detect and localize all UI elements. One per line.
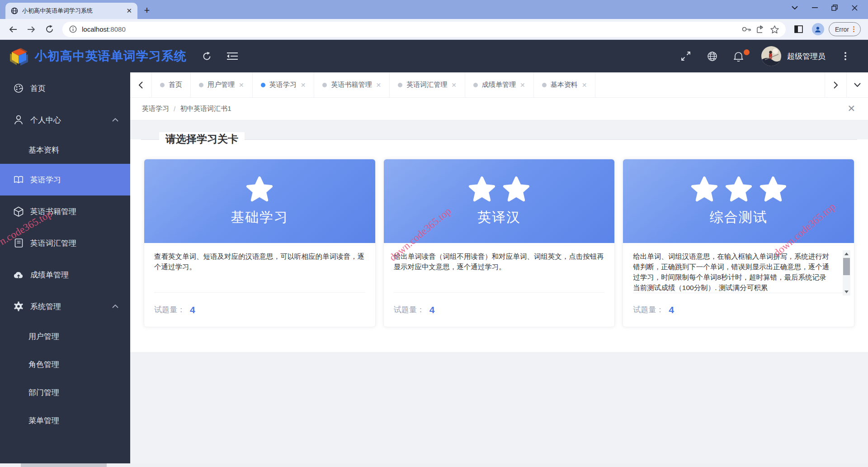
breadcrumb-part: 初中英语词汇书1 (180, 105, 231, 113)
tab-english-books[interactable]: 英语书籍管理 ✕ (314, 72, 390, 97)
tab-user-management[interactable]: 用户管理 ✕ (191, 72, 253, 97)
forward-button[interactable] (23, 21, 40, 38)
dashboard-icon (14, 83, 24, 93)
tab-close-icon[interactable]: ✕ (376, 81, 381, 89)
browser-profile-avatar[interactable] (812, 23, 824, 35)
question-count-label: 试题量： (394, 305, 425, 315)
tab-dot (199, 83, 203, 87)
card-description: 给出单词读音（词组不用读音）和对应单词、词组英文，点击按钮再显示对应中文意思，逐… (394, 251, 605, 272)
sidebar-group-system-management[interactable]: 系统管理 (0, 291, 130, 322)
card-title: 基础学习 (231, 208, 288, 227)
scrollbar-thumb[interactable] (843, 258, 850, 275)
workspace: 首页 用户管理 ✕ 英语学习 ✕ 英语书籍管理 ✕ 英语词汇管理 ✕ 成绩单管理… (130, 72, 868, 467)
tab-label: 首页 (169, 81, 182, 89)
sidebar-item-user-management[interactable]: 用户管理 (0, 322, 130, 350)
notification-badge (744, 49, 750, 55)
horizontal-scrollbar-thumb[interactable] (21, 463, 107, 467)
tab-close-icon[interactable]: ✕ (582, 81, 587, 89)
tab-home[interactable]: 首页 (152, 72, 191, 97)
window-minimize-button[interactable] (805, 0, 825, 15)
tab-score-reports[interactable]: 成绩单管理 ✕ (465, 72, 534, 97)
tab-close-icon[interactable]: ✕ (451, 81, 457, 89)
sidebar-item-label: 角色管理 (28, 359, 59, 370)
bookmark-star-icon[interactable] (770, 25, 779, 33)
tab-basic-profile[interactable]: 基本资料 ✕ (534, 72, 596, 97)
description-scrollbar[interactable] (843, 250, 850, 295)
gear-icon (14, 301, 24, 311)
site-info-icon[interactable] (69, 25, 77, 33)
book-icon (14, 175, 24, 184)
header-more-icon[interactable] (844, 52, 846, 60)
sidebar-item-score-reports[interactable]: 成绩单管理 (0, 259, 130, 291)
tags-scroll-left-icon[interactable] (130, 72, 152, 97)
collapse-menu-icon[interactable] (227, 52, 238, 60)
share-icon[interactable] (756, 25, 765, 33)
breadcrumb: 英语学习 / 初中英语词汇书1 ✕ (130, 98, 868, 120)
reload-button[interactable] (41, 21, 58, 38)
tab-close-icon[interactable]: ✕ (301, 81, 306, 89)
password-key-icon[interactable] (742, 26, 751, 32)
scroll-up-icon[interactable] (843, 250, 850, 257)
notification-bell-icon[interactable] (734, 51, 743, 62)
tab-dot (398, 83, 402, 87)
scroll-down-icon[interactable] (843, 288, 850, 295)
sidebar-item-english-vocabulary[interactable]: 英语词汇管理 (0, 227, 130, 259)
tags-scroll-right-icon[interactable] (825, 72, 846, 97)
browser-tab[interactable]: 小初高中英语单词学习系统 ✕ (5, 3, 137, 19)
cloud-icon (14, 271, 24, 279)
tab-search-chevron-icon[interactable] (785, 0, 805, 15)
sidebar-item-english-books[interactable]: 英语书籍管理 (0, 195, 130, 227)
new-tab-button[interactable]: + (140, 4, 154, 17)
breadcrumb-part[interactable]: 英语学习 (142, 105, 169, 113)
address-bar[interactable]: localhost:8080 (62, 22, 786, 37)
app-title: 小初高中英语单词学习系统 (35, 48, 187, 64)
side-panel-icon[interactable] (790, 21, 807, 38)
panel-close-icon[interactable]: ✕ (847, 104, 855, 113)
level-card-comprehensive-test[interactable]: 综合测试 给出单词、词组汉语意思，在输入框输入单词拼写，系统进行对错判断，正确跳… (623, 159, 854, 327)
tab-english-vocabulary[interactable]: 英语词汇管理 ✕ (390, 72, 465, 97)
language-globe-icon[interactable] (707, 51, 717, 62)
tab-label: 英语学习 (269, 81, 297, 89)
horizontal-scrollbar[interactable] (0, 463, 868, 467)
user-avatar[interactable] (761, 46, 781, 66)
tab-close-icon[interactable]: ✕ (520, 81, 525, 89)
app-header: 小初高中英语单词学习系统 (0, 40, 868, 72)
level-card-en-to-cn[interactable]: 英译汉 给出单词读音（词组不用读音）和对应单词、词组英文，点击按钮再显示对应中文… (383, 159, 615, 327)
sidebar-item-english-learning[interactable]: 英语学习 (0, 164, 130, 195)
tab-close-icon[interactable]: ✕ (239, 81, 244, 89)
question-count-value: 4 (429, 305, 435, 315)
sidebar-item-label: 系统管理 (30, 301, 61, 312)
sidebar-item-menu-management[interactable]: 菜单管理 (0, 406, 130, 434)
window-restore-button[interactable] (825, 0, 844, 15)
favicon-globe-icon (11, 7, 18, 14)
star-icon (503, 176, 530, 203)
card-description: 给出单词、词组汉语意思，在输入框输入单词拼写，系统进行对错判断，正确跳到下一个单… (633, 251, 844, 294)
tab-close-icon[interactable]: ✕ (126, 7, 132, 15)
back-button[interactable] (5, 21, 22, 38)
star-icon (725, 176, 752, 203)
chevron-up-icon (112, 118, 118, 122)
refresh-icon[interactable] (202, 52, 212, 61)
content-panel: 请选择学习关卡 基础学习 查看英文单词、短语及对应的汉语意思，可以听相应的单词读… (130, 139, 868, 352)
chevron-up-icon (112, 305, 118, 308)
sidebar-item-label: 成绩单管理 (30, 270, 69, 280)
level-card-basic-learning[interactable]: 基础学习 查看英文单词、短语及对应的汉语意思，可以听相应的单词读音，逐个通过学习… (144, 159, 376, 327)
tab-dot (261, 83, 265, 87)
fullscreen-icon[interactable] (681, 51, 691, 61)
user-icon (14, 115, 24, 125)
sidebar-item-basic-profile[interactable]: 基本资料 (0, 136, 130, 164)
browser-menu-error-button[interactable]: Error (829, 22, 861, 36)
sidebar-group-personal-center[interactable]: 个人中心 (0, 104, 130, 136)
tab-english-learning[interactable]: 英语学习 ✕ (253, 72, 315, 97)
sidebar-item-department-management[interactable]: 部门管理 (0, 378, 130, 406)
sidebar-item-role-management[interactable]: 角色管理 (0, 350, 130, 378)
sidebar-item-label: 首页 (30, 83, 46, 94)
tags-menu-chevron-icon[interactable] (846, 72, 868, 97)
star-icon (246, 176, 273, 203)
window-close-button[interactable] (844, 0, 864, 15)
sidebar-item-label: 基本资料 (28, 145, 59, 155)
tab-label: 基本资料 (551, 81, 578, 89)
sidebar: 首页 个人中心 基本资料 英语学习 英语书籍管理 英语词汇管理 成绩单管理 (0, 72, 130, 467)
kebab-menu-icon (853, 26, 854, 32)
sidebar-item-home[interactable]: 首页 (0, 72, 130, 104)
